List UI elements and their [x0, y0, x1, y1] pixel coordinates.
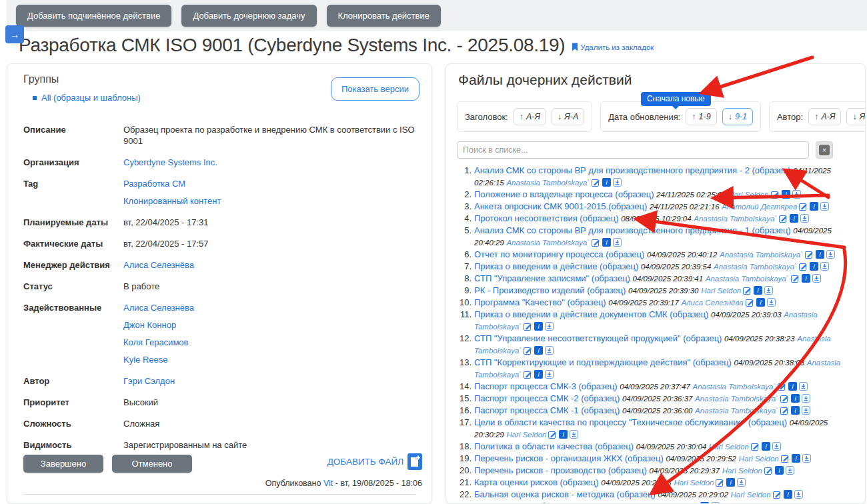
- field-value-link[interactable]: Алиса Селезнёва: [123, 302, 418, 313]
- edit-icon[interactable]: [778, 382, 786, 391]
- info-icon[interactable]: i: [559, 430, 568, 439]
- download-icon[interactable]: [786, 466, 794, 475]
- file-author-link[interactable]: Anastasia Tambolskaya`: [706, 275, 789, 283]
- field-value-link[interactable]: Клонированный контент: [123, 195, 418, 207]
- file-title-link[interactable]: СТП "Управление записями" (образец): [474, 273, 630, 283]
- group-link-all[interactable]: All (образцы и шаблоны): [41, 93, 141, 103]
- complete-button[interactable]: Завершено: [23, 455, 103, 473]
- info-icon[interactable]: i: [790, 214, 798, 223]
- file-title-link[interactable]: Анализ СМК со стороны ВР для производств…: [474, 165, 791, 175]
- edit-icon[interactable]: [780, 406, 789, 415]
- clear-search-button[interactable]: ×: [816, 141, 833, 159]
- edit-icon[interactable]: [746, 298, 754, 307]
- download-icon[interactable]: [802, 406, 810, 415]
- file-author-link[interactable]: Hari Seldon: [674, 479, 714, 487]
- info-icon[interactable]: i: [802, 274, 810, 283]
- field-value-link[interactable]: Коля Герасимов: [123, 337, 418, 348]
- file-author-link[interactable]: Алиса Селезнёва: [681, 299, 743, 307]
- file-title-link[interactable]: Паспорт процесса СМК -1 (образец): [474, 405, 620, 415]
- file-title-link[interactable]: СТП "Управление несоответствующей продук…: [474, 333, 722, 343]
- info-icon[interactable]: i: [810, 202, 818, 211]
- sort-button[interactable]: ↓Я-А: [846, 108, 866, 125]
- field-value-link[interactable]: Cyberdyne Systems Inc.: [123, 157, 418, 168]
- file-author-link[interactable]: Anastasia Tambolskaya`: [714, 263, 797, 271]
- info-icon[interactable]: i: [784, 490, 792, 499]
- info-icon[interactable]: i: [602, 178, 611, 187]
- file-title-link[interactable]: Отчет по мониторингу процесса (образец): [474, 249, 644, 259]
- download-icon[interactable]: [545, 370, 554, 379]
- file-title-link[interactable]: Анализ СМК со стороны ВР для производств…: [474, 225, 791, 235]
- info-icon[interactable]: i: [791, 394, 800, 403]
- download-icon[interactable]: [802, 454, 811, 463]
- file-title-link[interactable]: Паспорт процесса СМК-3 (образец): [474, 381, 618, 391]
- file-title-link[interactable]: СТП "Корректирующие и подтверждающие дей…: [474, 357, 732, 367]
- file-author-link[interactable]: Anastasia Tambolskaya`: [506, 179, 590, 187]
- download-icon[interactable]: [794, 490, 803, 499]
- file-author-link[interactable]: Anastasia Tambolskaya`: [694, 215, 777, 223]
- edit-icon[interactable]: [771, 190, 780, 199]
- info-icon[interactable]: i: [534, 322, 543, 331]
- cancel-button[interactable]: Отменено: [112, 455, 192, 473]
- field-value-link[interactable]: Алиса Селезнёва: [123, 259, 418, 271]
- info-icon[interactable]: i: [756, 298, 765, 307]
- info-icon[interactable]: i: [762, 442, 770, 451]
- info-icon[interactable]: i: [534, 370, 543, 379]
- download-icon[interactable]: [772, 442, 781, 451]
- file-title-link[interactable]: Приказ о введении в действие (образец): [474, 261, 638, 271]
- file-author-link[interactable]: Hari Seldon: [709, 443, 749, 451]
- edit-icon[interactable]: [805, 250, 814, 259]
- file-author-link[interactable]: Anastasia Tambolskaya`: [695, 395, 778, 403]
- add-file-link[interactable]: ДОБАВИТЬ ФАЙЛ: [327, 453, 422, 470]
- info-icon[interactable]: i: [788, 382, 797, 391]
- clone-action-button[interactable]: Клонировать действие: [327, 5, 441, 27]
- field-value-link[interactable]: Джон Коннор: [123, 319, 418, 331]
- download-icon[interactable]: [613, 178, 622, 187]
- edit-icon[interactable]: [751, 442, 760, 451]
- download-icon[interactable]: [812, 274, 821, 283]
- file-author-link[interactable]: Hari Seldon: [739, 455, 779, 463]
- edit-icon[interactable]: [743, 286, 752, 295]
- file-title-link[interactable]: Бальная оценка рисков - методика (образе…: [474, 489, 656, 499]
- download-icon[interactable]: [764, 286, 773, 295]
- download-icon[interactable]: [737, 478, 746, 487]
- info-icon[interactable]: i: [816, 250, 824, 259]
- file-author-link[interactable]: Анатолий Дегтярев: [722, 203, 797, 211]
- download-icon[interactable]: [800, 214, 809, 223]
- edit-icon[interactable]: [524, 346, 532, 355]
- file-title-link[interactable]: Перечень рисков - производство (образец): [474, 465, 647, 475]
- file-title-link[interactable]: Анкета опросник СМК 9001-2015.(образец): [474, 201, 647, 211]
- file-title-link[interactable]: Положение о владельце процесса (образец): [474, 189, 654, 199]
- file-title-link[interactable]: Приказ о введении в действие документов …: [474, 309, 708, 319]
- download-icon[interactable]: [570, 430, 578, 439]
- info-icon[interactable]: i: [534, 346, 543, 355]
- edit-icon[interactable]: [779, 214, 788, 223]
- field-value-link[interactable]: Разработка СМ: [123, 178, 418, 189]
- info-icon[interactable]: i: [602, 238, 611, 247]
- show-versions-button[interactable]: Показать версии: [331, 77, 419, 101]
- published-author-link[interactable]: Vit: [323, 479, 333, 488]
- edit-icon[interactable]: [773, 490, 782, 499]
- info-icon[interactable]: i: [782, 190, 790, 199]
- download-icon[interactable]: [545, 322, 554, 331]
- edit-icon[interactable]: [592, 238, 600, 247]
- sort-button[interactable]: ↑А-Я: [514, 108, 546, 125]
- download-icon[interactable]: [792, 190, 801, 199]
- file-title-link[interactable]: РК - Производство изделий (образец): [474, 285, 626, 295]
- search-input[interactable]: [457, 141, 809, 159]
- info-icon[interactable]: i: [791, 406, 800, 415]
- edit-icon[interactable]: [791, 274, 800, 283]
- file-title-link[interactable]: Паспорт процесса СМК -2 (образец): [474, 393, 620, 403]
- sort-button[interactable]: ↑А-Я: [808, 108, 841, 125]
- edit-icon[interactable]: [799, 202, 808, 211]
- file-title-link[interactable]: Перечень рисков - организация ЖКХ (образ…: [474, 453, 664, 463]
- file-title-link[interactable]: Программа "Качество" (образец): [474, 297, 606, 307]
- download-icon[interactable]: [802, 394, 810, 403]
- edit-icon[interactable]: [799, 262, 808, 271]
- download-icon[interactable]: [767, 298, 776, 307]
- edit-icon[interactable]: [764, 466, 773, 475]
- file-title-link[interactable]: Протокол несоответствия (образец): [474, 213, 619, 223]
- remove-bookmark-link[interactable]: Удалить из закладок: [572, 43, 654, 51]
- sort-button[interactable]: ↓Я-А: [552, 108, 584, 125]
- file-author-link[interactable]: Anastasia Tambolskaya`: [692, 383, 776, 391]
- file-title-link[interactable]: Политика в области качества (образец): [474, 441, 634, 451]
